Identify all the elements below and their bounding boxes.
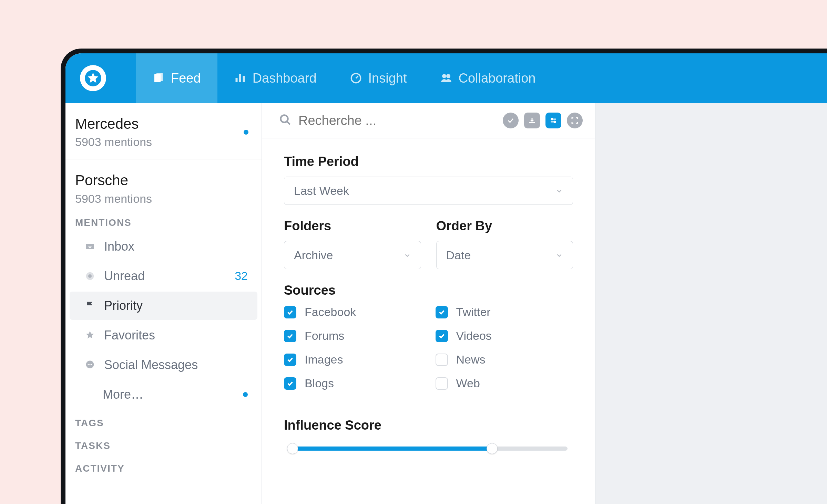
tab-feed[interactable]: Feed: [136, 53, 217, 103]
unread-count: 32: [235, 269, 248, 283]
tab-collaboration[interactable]: Collaboration: [423, 53, 552, 103]
section-tasks-header[interactable]: TASKS: [65, 432, 262, 455]
alert-title: Mercedes: [75, 115, 252, 133]
menu-inbox[interactable]: Inbox: [70, 232, 257, 261]
filter-label: Order By: [436, 219, 573, 233]
search-input[interactable]: [298, 113, 496, 128]
select-value: Archive: [294, 249, 333, 262]
filter-influence-score: Influence Score: [284, 418, 573, 455]
tab-insight[interactable]: Insight: [333, 53, 423, 103]
checkbox: [284, 306, 296, 318]
checkbox-label: Videos: [456, 329, 492, 343]
expand-button[interactable]: [567, 113, 583, 128]
svg-point-13: [89, 364, 90, 365]
svg-point-12: [88, 364, 89, 365]
menu-unread-label: Unread: [104, 269, 145, 283]
slider-thumb-min[interactable]: [287, 443, 298, 454]
checkbox-label: News: [456, 353, 486, 366]
chevron-down-icon: [555, 184, 563, 198]
section-tags-header[interactable]: TAGS: [65, 409, 262, 432]
menu-more[interactable]: More…: [70, 380, 257, 409]
checkbox: [284, 377, 296, 390]
source-checkbox-news[interactable]: News: [436, 353, 573, 366]
order-by-select[interactable]: Date: [436, 241, 573, 269]
filter-label: Influence Score: [284, 418, 573, 433]
filters-column: Time Period Last Week Folders Archive: [262, 103, 595, 504]
filter-order-by: Order By Date: [436, 219, 573, 269]
menu-inbox-label: Inbox: [104, 239, 134, 254]
folders-select[interactable]: Archive: [284, 241, 421, 269]
slider-thumb-max[interactable]: [487, 443, 498, 454]
toolbar: [503, 113, 583, 128]
app-body: Mercedes 5903 mentions Porsche 5903 ment…: [65, 103, 827, 504]
star-icon: [84, 330, 96, 340]
alert-subtitle: 5903 mentions: [75, 192, 252, 206]
menu-favorites[interactable]: Favorites: [70, 321, 257, 349]
source-checkbox-blogs[interactable]: Blogs: [284, 377, 422, 390]
menu-social-label: Social Messages: [104, 358, 198, 372]
select-value: Last Week: [294, 184, 349, 198]
source-checkbox-web[interactable]: Web: [436, 377, 573, 390]
search-icon: [279, 114, 292, 127]
filters-toggle-button[interactable]: [545, 113, 561, 128]
source-checkbox-twitter[interactable]: Twitter: [436, 305, 573, 319]
time-period-select[interactable]: Last Week: [284, 177, 573, 205]
menu-social-messages[interactable]: Social Messages: [70, 351, 257, 379]
chevron-down-icon: [555, 249, 563, 262]
checkbox-label: Blogs: [305, 377, 334, 390]
filters-body: Time Period Last Week Folders Archive: [262, 138, 595, 475]
notification-dot: [243, 392, 248, 397]
source-checkbox-images[interactable]: Images: [284, 353, 422, 366]
tab-dashboard[interactable]: Dashboard: [217, 53, 333, 103]
download-button[interactable]: [524, 113, 540, 128]
source-checkbox-forums[interactable]: Forums: [284, 329, 422, 343]
feed-icon: [152, 72, 165, 84]
section-activity-header[interactable]: ACTIVITY: [65, 455, 262, 477]
tab-dashboard-label: Dashboard: [253, 71, 317, 86]
tab-insight-label: Insight: [368, 71, 407, 86]
svg-rect-4: [239, 74, 241, 82]
influence-slider[interactable]: [284, 441, 573, 455]
chevron-down-icon: [404, 249, 411, 262]
filter-time-period: Time Period Last Week: [284, 154, 573, 205]
chat-icon: [84, 360, 96, 370]
filter-sources: Sources FacebookTwitterForumsVideosImage…: [284, 283, 573, 390]
checkbox-label: Facebook: [305, 305, 356, 319]
people-icon: [440, 72, 452, 84]
alert-item-mercedes[interactable]: Mercedes 5903 mentions: [65, 103, 262, 159]
svg-point-16: [551, 118, 553, 120]
main-area: Time Period Last Week Folders Archive: [262, 103, 827, 504]
svg-point-8: [446, 74, 450, 78]
eye-icon: [84, 271, 96, 281]
menu-more-label: More…: [103, 387, 143, 402]
checkbox-label: Twitter: [456, 305, 491, 319]
app-logo[interactable]: [80, 65, 106, 91]
select-value: Date: [446, 249, 471, 262]
filter-label: Time Period: [284, 154, 573, 169]
top-nav: Feed Dashboard Insight Collaboration: [65, 53, 827, 103]
svg-point-14: [91, 364, 92, 365]
svg-point-10: [88, 274, 92, 278]
slider-fill: [293, 447, 492, 451]
checkbox: [436, 377, 448, 390]
svg-rect-3: [235, 78, 237, 82]
svg-point-15: [281, 115, 288, 123]
checkbox: [436, 306, 448, 318]
tab-feed-label: Feed: [171, 71, 201, 86]
svg-rect-5: [243, 76, 245, 82]
checkbox-label: Web: [456, 377, 480, 390]
filter-label: Sources: [284, 283, 573, 298]
svg-rect-2: [156, 73, 163, 81]
approve-button[interactable]: [503, 113, 519, 128]
search-bar: [262, 103, 595, 138]
checkbox-label: Images: [305, 353, 343, 366]
alert-item-porsche[interactable]: Porsche 5903 mentions: [65, 159, 262, 209]
menu-unread[interactable]: Unread 32: [70, 262, 257, 290]
content-placeholder: [595, 103, 827, 504]
checkbox: [436, 354, 448, 366]
checkbox: [284, 354, 296, 366]
alert-title: Porsche: [75, 172, 252, 189]
menu-priority[interactable]: Priority: [70, 292, 257, 320]
source-checkbox-videos[interactable]: Videos: [436, 329, 573, 343]
source-checkbox-facebook[interactable]: Facebook: [284, 305, 422, 319]
